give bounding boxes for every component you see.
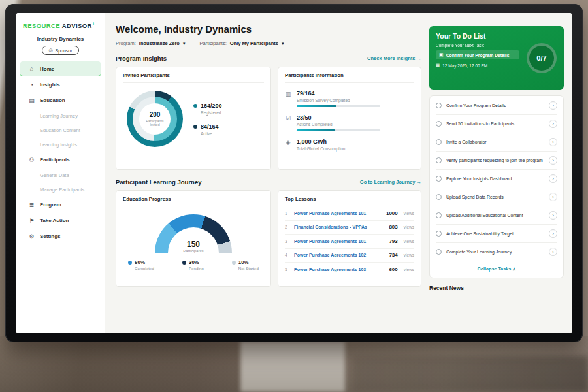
legend-completed: 60% Completed bbox=[128, 259, 154, 270]
todo-summary-card: Your To Do List Complete Your Next Task:… bbox=[429, 26, 564, 90]
chevron-down-icon[interactable]: ▾ bbox=[282, 41, 284, 46]
progress-bar bbox=[297, 129, 380, 131]
task-checkbox[interactable] bbox=[436, 103, 442, 108]
todo-title: Your To Do List bbox=[436, 32, 557, 40]
task-checkbox[interactable] bbox=[436, 139, 442, 145]
legend-label: Active bbox=[201, 131, 219, 136]
donut-center-label: Participants Invited bbox=[143, 119, 167, 127]
task-checkbox[interactable] bbox=[436, 249, 442, 255]
legend-dot bbox=[128, 261, 132, 265]
scene: RESOURCE ADVISOR+ Industry Dynamics ◎ Sp… bbox=[0, 0, 588, 392]
lesson-link[interactable]: Power Purchase Agreements 101 bbox=[294, 211, 382, 216]
chevron-right-icon[interactable]: › bbox=[549, 101, 557, 110]
sidebar-item-label: Program bbox=[40, 202, 61, 208]
legend-value: 10% bbox=[238, 259, 259, 265]
lesson-link[interactable]: Financial Considerations - VPPAs bbox=[294, 225, 384, 229]
lesson-views: 1000 bbox=[386, 210, 398, 216]
legend-value: 60% bbox=[135, 259, 154, 265]
chevron-right-icon[interactable]: › bbox=[549, 156, 557, 165]
task-row-upload-spend-data[interactable]: Upload Spend Data Records › bbox=[436, 188, 557, 206]
lesson-link[interactable]: Power Purchase Agreements 102 bbox=[294, 253, 384, 257]
sidebar-item-education-content[interactable]: Education Content bbox=[20, 123, 101, 137]
chevron-right-icon[interactable]: › bbox=[549, 138, 557, 146]
card-title: Participants Information bbox=[285, 73, 414, 83]
education-progress-card: Education Progress 150 Participants bbox=[116, 190, 271, 287]
donut-center-value: 200 bbox=[150, 111, 161, 118]
sponsor-badge[interactable]: ◎ Sponsor bbox=[42, 46, 78, 55]
chevron-right-icon[interactable]: › bbox=[549, 229, 557, 238]
task-row-confirm-program[interactable]: Confirm Your Program Details › bbox=[436, 97, 557, 115]
todo-next-task[interactable]: ▣ Confirm Your Program Details bbox=[436, 50, 519, 59]
task-row-explore-insights[interactable]: Explore Your Insights Dashboard › bbox=[436, 170, 557, 188]
lesson-row: 4 Power Purchase Agreements 102 734 view… bbox=[285, 249, 414, 263]
collapse-tasks-link[interactable]: Collapse Tasks ∧ bbox=[436, 261, 557, 277]
task-row-send-invitations[interactable]: Send 50 Invitations to Participants › bbox=[436, 115, 557, 133]
task-label: Upload Additional Educational Content bbox=[446, 212, 544, 218]
program-filter-label: Program: bbox=[116, 41, 136, 46]
sidebar-item-home[interactable]: ⌂ Home bbox=[20, 61, 101, 76]
go-to-learning-journey-link[interactable]: Go to Learning Journey → bbox=[360, 179, 421, 185]
chevron-right-icon[interactable]: › bbox=[549, 248, 557, 256]
sidebar-item-education[interactable]: ▤ Education bbox=[20, 93, 101, 108]
collapse-up-icon: ∧ bbox=[512, 266, 515, 272]
chevron-right-icon[interactable]: › bbox=[549, 120, 557, 128]
task-checkbox[interactable] bbox=[436, 121, 442, 127]
lesson-views-word: views bbox=[404, 239, 414, 244]
survey-icon: ▥ bbox=[285, 91, 291, 107]
stat-emission-survey: ▥ 79/164 Emission Survey Completed bbox=[285, 90, 414, 107]
lesson-views-word: views bbox=[404, 225, 414, 229]
chevron-down-icon[interactable]: ▾ bbox=[183, 41, 186, 46]
take-action-icon: ⚑ bbox=[28, 218, 35, 224]
sidebar-item-label: Education bbox=[40, 97, 65, 103]
program-filter-dropdown[interactable]: Industrialize Zero bbox=[139, 41, 180, 46]
progress-bar bbox=[297, 105, 380, 107]
task-checkbox[interactable] bbox=[436, 157, 442, 163]
sidebar-item-participants[interactable]: ⚇ Participants bbox=[20, 152, 101, 167]
monitor-bezel: RESOURCE ADVISOR+ Industry Dynamics ◎ Sp… bbox=[5, 4, 583, 342]
app-logo: RESOURCE ADVISOR+ bbox=[16, 20, 105, 35]
task-checkbox[interactable] bbox=[436, 231, 442, 237]
insights-icon: ◔ bbox=[28, 82, 35, 88]
stat-label: Total Global Consumption bbox=[297, 146, 345, 151]
settings-icon: ⚙ bbox=[28, 233, 35, 240]
task-label: Send 50 Invitations to Participants bbox=[446, 121, 544, 127]
home-icon: ⌂ bbox=[28, 65, 35, 72]
task-row-upload-educational-content[interactable]: Upload Additional Educational Content › bbox=[436, 206, 557, 225]
sidebar-item-manage-participants[interactable]: Manage Participants bbox=[20, 182, 101, 197]
lesson-views: 734 bbox=[389, 252, 397, 258]
task-checkbox[interactable] bbox=[436, 176, 442, 182]
invited-donut-chart: 200 Participants Invited bbox=[127, 91, 183, 147]
task-checkbox[interactable] bbox=[436, 194, 442, 200]
chevron-right-icon[interactable]: › bbox=[549, 211, 557, 220]
lesson-row: 1 Power Purchase Agreements 101 1000 vie… bbox=[285, 206, 414, 221]
legend-active: 84/164 Active bbox=[193, 123, 222, 136]
sidebar-item-take-action[interactable]: ⚑ Take Action bbox=[20, 213, 101, 228]
sidebar: RESOURCE ADVISOR+ Industry Dynamics ◎ Sp… bbox=[16, 13, 105, 333]
chevron-right-icon[interactable]: › bbox=[549, 174, 557, 183]
card-title: Top Lessons bbox=[285, 196, 414, 206]
legend-label: Registered bbox=[201, 110, 222, 115]
sidebar-item-learning-journey[interactable]: Learning Journey bbox=[20, 108, 101, 123]
task-row-invite-collaborator[interactable]: Invite a Collaborator › bbox=[436, 133, 557, 152]
lesson-link[interactable]: Power Purchase Agreements 101 bbox=[294, 239, 384, 244]
lesson-link[interactable]: Power Purchase Agreements 103 bbox=[294, 267, 384, 272]
task-row-achieve-target[interactable]: Achieve One Sustainability Target › bbox=[436, 225, 557, 243]
sidebar-item-settings[interactable]: ⚙ Settings bbox=[20, 229, 101, 244]
task-row-complete-journey[interactable]: Complete Your Learning Journey › bbox=[436, 243, 557, 261]
task-label: Explore Your Insights Dashboard bbox=[446, 176, 544, 182]
sidebar-item-learning-insights[interactable]: Learning Insights bbox=[20, 137, 101, 152]
chevron-right-icon[interactable]: › bbox=[549, 193, 557, 201]
sidebar-item-insights[interactable]: ◔ Insights bbox=[20, 77, 101, 92]
lesson-row: 5 Power Purchase Agreements 103 600 view… bbox=[285, 263, 414, 277]
check-more-insights-link[interactable]: Check More Insights → bbox=[367, 56, 421, 61]
participants-filter-dropdown[interactable]: Only My Participants bbox=[230, 41, 278, 46]
sidebar-item-program[interactable]: ≣ Program bbox=[20, 197, 101, 212]
filters-row: Program: Industrialize Zero ▾ Participan… bbox=[116, 41, 421, 46]
participants-information-card: Participants Information ▥ 79/164 Emissi… bbox=[278, 67, 421, 170]
card-title: Education Progress bbox=[123, 196, 264, 206]
lesson-rank: 5 bbox=[285, 267, 289, 272]
legend-label: Completed bbox=[135, 266, 154, 270]
sidebar-item-general-data[interactable]: General Data bbox=[20, 168, 101, 182]
task-checkbox[interactable] bbox=[436, 212, 442, 218]
task-row-verify-participants[interactable]: Verify participants requesting to join t… bbox=[436, 152, 557, 170]
